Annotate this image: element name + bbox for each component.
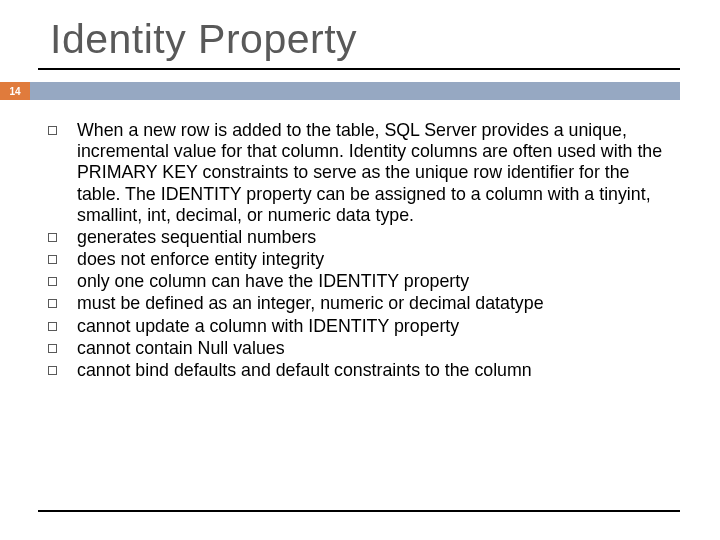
square-bullet-icon xyxy=(48,344,57,353)
list-item-text: does not enforce entity integrity xyxy=(77,249,324,270)
list-item: cannot update a column with IDENTITY pro… xyxy=(48,316,672,337)
list-item: When a new row is added to the table, SQ… xyxy=(48,120,672,226)
page-number-badge: 14 xyxy=(0,82,30,100)
list-item-text: only one column can have the IDENTITY pr… xyxy=(77,271,469,292)
list-item-text: cannot update a column with IDENTITY pro… xyxy=(77,316,459,337)
list-item-text: When a new row is added to the table, SQ… xyxy=(77,120,672,226)
list-item-text: must be defined as an integer, numeric o… xyxy=(77,293,544,314)
square-bullet-icon xyxy=(48,255,57,264)
list-item: only one column can have the IDENTITY pr… xyxy=(48,271,672,292)
footer-rule xyxy=(38,510,680,512)
list-item-text: cannot bind defaults and default constra… xyxy=(77,360,532,381)
list-item: generates sequential numbers xyxy=(48,227,672,248)
square-bullet-icon xyxy=(48,322,57,331)
list-item-text: cannot contain Null values xyxy=(77,338,285,359)
list-item-text: generates sequential numbers xyxy=(77,227,316,248)
list-item: cannot bind defaults and default constra… xyxy=(48,360,672,381)
list-item: cannot contain Null values xyxy=(48,338,672,359)
content-area: When a new row is added to the table, SQ… xyxy=(48,120,672,382)
accent-bar xyxy=(30,82,680,100)
list-item: must be defined as an integer, numeric o… xyxy=(48,293,672,314)
slide-title: Identity Property xyxy=(50,16,357,63)
list-item: does not enforce entity integrity xyxy=(48,249,672,270)
square-bullet-icon xyxy=(48,299,57,308)
square-bullet-icon xyxy=(48,277,57,286)
square-bullet-icon xyxy=(48,366,57,375)
square-bullet-icon xyxy=(48,126,57,135)
square-bullet-icon xyxy=(48,233,57,242)
slide: Identity Property 14 When a new row is a… xyxy=(0,0,720,540)
title-underline xyxy=(38,68,680,70)
